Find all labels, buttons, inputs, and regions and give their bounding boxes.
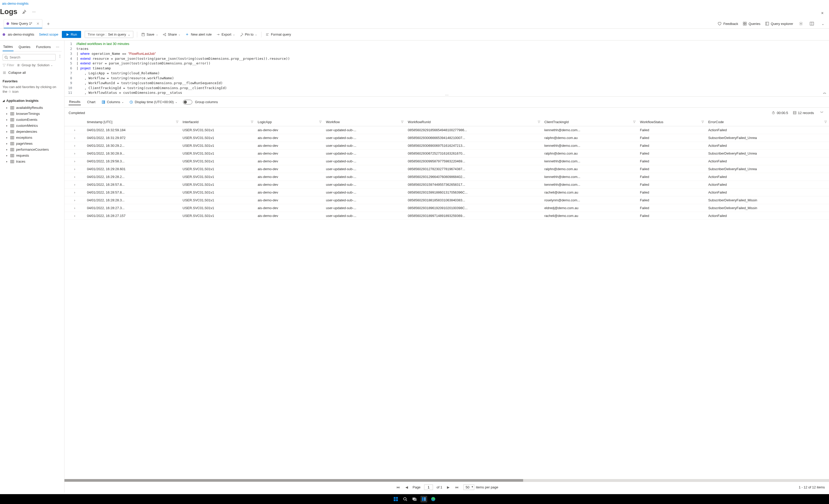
editor-resize-handle[interactable]: ⋯ xyxy=(445,93,448,97)
row-expand-icon[interactable]: › xyxy=(65,134,85,142)
query-editor[interactable]: 1234567891011 //failed workflows in last… xyxy=(65,40,829,97)
table-row[interactable]: ›04/01/2022, 16:29:28.2...USER.SVC01.S01… xyxy=(65,173,829,181)
queries-button[interactable]: Queries xyxy=(743,22,760,26)
filter-icon[interactable] xyxy=(538,120,540,124)
filter-icon[interactable] xyxy=(824,120,827,124)
results-tab[interactable]: Results xyxy=(69,99,81,105)
search-input[interactable] xyxy=(10,55,54,59)
col-header[interactable]: LogicApp xyxy=(255,118,324,126)
time-range-picker[interactable]: Time range : Set in query ⌄ xyxy=(85,31,133,38)
pager-prev-icon[interactable]: ◀ xyxy=(404,485,409,490)
sidebar-tab-functions[interactable]: Functions xyxy=(36,43,51,51)
table-row[interactable]: ›04/01/2022, 16:30:28.9...USER.SVC01.S01… xyxy=(65,150,829,157)
table-row[interactable]: ›04/01/2022, 16:32:59.184USER.SVC01.S01v… xyxy=(65,126,829,134)
feedback-button[interactable]: Feedback xyxy=(718,22,738,26)
row-expand-icon[interactable]: › xyxy=(65,212,85,220)
query-tab[interactable]: New Query 1* ✕ xyxy=(4,19,42,28)
svg-rect-47 xyxy=(11,130,14,133)
col-header[interactable]: ClientTrackingId xyxy=(542,118,638,126)
sidebar-tab-tables[interactable]: Tables xyxy=(3,43,13,51)
filter-icon[interactable] xyxy=(251,120,253,124)
table-row[interactable]: ›04/01/2022, 16:31:29.972USER.SVC01.S01v… xyxy=(65,134,829,142)
chevron-down-icon[interactable]: ⌄ xyxy=(820,21,826,27)
collapse-all-button[interactable]: Collapse all xyxy=(3,71,62,75)
row-expand-icon[interactable]: › xyxy=(65,126,85,134)
table-row[interactable]: ›04/01/2022, 16:28:28.3...USER.SVC01.S01… xyxy=(65,196,829,204)
table-row[interactable]: ›04/01/2022, 16:28:57.8...USER.SVC01.S01… xyxy=(65,189,829,196)
table-row[interactable]: ›04/01/2022, 16:28:27.157USER.SVC01.S01v… xyxy=(65,212,829,220)
pin-to-button[interactable]: Pin to⌄ xyxy=(239,31,257,37)
row-expand-icon[interactable]: › xyxy=(65,189,85,196)
col-header[interactable]: WorkflowRunId xyxy=(406,118,542,126)
filter-icon[interactable] xyxy=(633,120,636,124)
horizontal-scrollbar[interactable] xyxy=(65,479,829,482)
col-header[interactable]: WorkflowStatus xyxy=(638,118,706,126)
tab-close-icon[interactable]: ✕ xyxy=(36,22,39,26)
col-header[interactable]: ErrorCode xyxy=(706,118,829,126)
tree-item-availabilityResults[interactable]: ▸availabilityResults xyxy=(3,105,62,111)
chart-tab[interactable]: Chart xyxy=(86,99,96,105)
close-icon[interactable]: ✕ xyxy=(819,10,825,16)
filter-icon[interactable] xyxy=(319,120,322,124)
results-grid[interactable]: timestamp [UTC]InterfaceIdLogicAppWorkfl… xyxy=(65,118,829,479)
col-header[interactable]: timestamp [UTC] xyxy=(85,118,181,126)
tree-item-dependencies[interactable]: ▸dependencies xyxy=(3,129,62,135)
share-button[interactable]: Share⌄ xyxy=(162,31,181,37)
display-time-button[interactable]: Display time (UTC+00:00)⌄ xyxy=(130,100,177,104)
tree-item-requests[interactable]: ▸requests xyxy=(3,152,62,158)
filter-icon[interactable] xyxy=(176,120,179,124)
search-kebab-icon[interactable]: ⋮ xyxy=(58,54,62,58)
row-expand-icon[interactable]: › xyxy=(65,142,85,150)
pager-last-icon[interactable]: ⏭ xyxy=(454,485,460,490)
more-icon[interactable]: ⋯ xyxy=(31,8,37,15)
row-expand-icon[interactable]: › xyxy=(65,181,85,189)
pin-icon[interactable] xyxy=(21,8,27,15)
editor-expand-icon[interactable]: ︽ xyxy=(823,90,826,95)
save-button[interactable]: Save⌄ xyxy=(141,31,158,37)
format-query-button[interactable]: Format query xyxy=(265,31,291,37)
table-row[interactable]: ›04/01/2022, 16:29:58.3...USER.SVC01.S01… xyxy=(65,157,829,165)
filter-icon[interactable] xyxy=(401,120,404,124)
settings-icon[interactable] xyxy=(798,21,804,27)
tree-category-app-insights[interactable]: ◢Application Insights xyxy=(3,99,62,103)
tree-item-browserTimings[interactable]: ▸browserTimings xyxy=(3,111,62,117)
row-expand-icon[interactable]: › xyxy=(65,173,85,181)
group-columns-toggle[interactable] xyxy=(183,100,192,104)
tree-item-exceptions[interactable]: ▸exceptions xyxy=(3,135,62,141)
tree-item-pageViews[interactable]: ▸pageViews xyxy=(3,141,62,147)
export-button[interactable]: Export⌄ xyxy=(216,31,236,37)
table-row[interactable]: ›04/01/2022, 16:29:28.601USER.SVC01.S01v… xyxy=(65,165,829,173)
results-expand-icon[interactable]: ︾ xyxy=(819,110,825,116)
table-row[interactable]: ›04/01/2022, 16:28:57.8...USER.SVC01.S01… xyxy=(65,181,829,189)
tree-item-customMetrics[interactable]: ▸customMetrics xyxy=(3,122,62,129)
row-expand-icon[interactable]: › xyxy=(65,165,85,173)
new-alert-button[interactable]: ＋New alert rule xyxy=(184,31,212,38)
select-scope-link[interactable]: Select scope xyxy=(39,33,58,36)
search-input-wrapper[interactable] xyxy=(3,54,56,61)
filter-icon[interactable] xyxy=(701,120,704,124)
layout-icon[interactable] xyxy=(809,21,815,27)
table-row[interactable]: ›04/01/2022, 16:30:29.2...USER.SVC01.S01… xyxy=(65,142,829,150)
pager-first-icon[interactable]: ⏮ xyxy=(395,485,401,490)
tree-item-performanceCounters[interactable]: ▸performanceCounters xyxy=(3,147,62,152)
row-expand-icon[interactable]: › xyxy=(65,150,85,157)
sidebar-tab-queries[interactable]: Queries xyxy=(18,43,31,51)
columns-button[interactable]: Columns⌄ xyxy=(102,100,124,104)
row-expand-icon[interactable]: › xyxy=(65,204,85,212)
col-header[interactable]: InterfaceId xyxy=(181,118,256,126)
table-row[interactable]: ›04/01/2022, 16:28:27.3...USER.SVC01.S01… xyxy=(65,204,829,212)
add-tab-icon[interactable]: ＋ xyxy=(44,20,53,28)
tree-item-traces[interactable]: ▸traces xyxy=(3,158,62,165)
pager-next-icon[interactable]: ▶ xyxy=(446,485,450,490)
group-by-button[interactable]: Group by: Solution⌄ xyxy=(17,63,53,67)
row-expand-icon[interactable]: › xyxy=(65,157,85,165)
query-explorer-button[interactable]: Query explorer xyxy=(765,22,793,26)
run-button[interactable]: Run xyxy=(62,31,81,38)
breadcrumb-link[interactable]: ais-demo-insights xyxy=(2,2,29,5)
col-header[interactable]: Workflow xyxy=(324,118,406,126)
pager-page-input[interactable] xyxy=(424,484,433,490)
tree-item-customEvents[interactable]: ▸customEvents xyxy=(3,117,62,122)
sidebar-more-icon[interactable]: ⋯ xyxy=(56,45,59,49)
row-expand-icon[interactable]: › xyxy=(65,196,85,204)
pager-ipp-select[interactable]: 50 xyxy=(463,484,474,490)
